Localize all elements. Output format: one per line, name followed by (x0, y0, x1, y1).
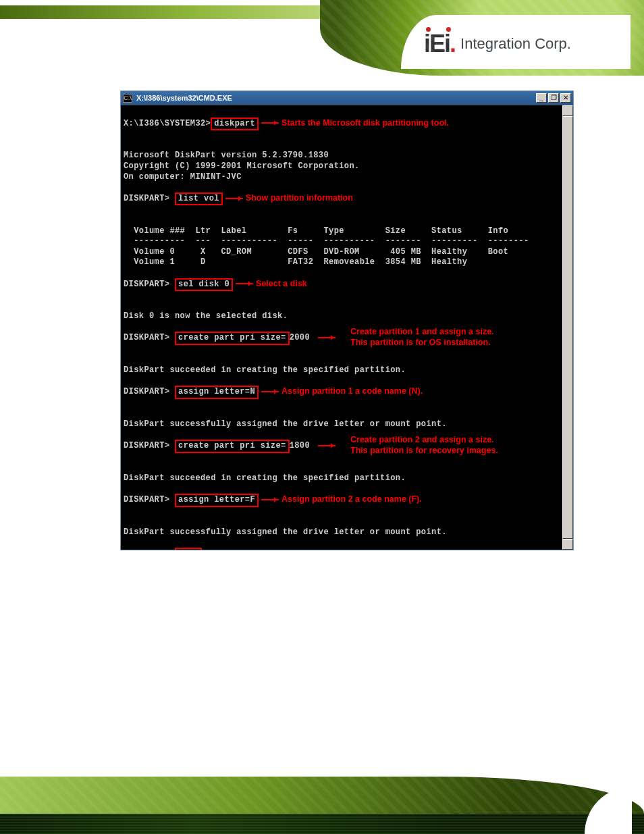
cmd-window: C:\ X:\I386\system32\CMD.EXE _ ❐ ✕ ▲ ▼ X… (120, 90, 574, 550)
line-assignF: DISKPART> assign letter=FAssign partitio… (124, 494, 560, 506)
cmd-body: ▲ ▼ X:\I386\SYSTEM32>diskpartStarts the … (121, 105, 573, 550)
arrow-icon (261, 391, 279, 392)
chevron-up-icon: ▲ (566, 107, 569, 114)
line-exit1: DISKPART> exitExit diskpart (124, 548, 560, 550)
ann-create1: Create partition 1 and assign a size.Thi… (350, 327, 494, 348)
arrow-icon (225, 198, 243, 199)
header-brand-panel: iEi. Integration Corp. (320, 0, 644, 76)
line-assignN: DISKPART> assign letter=NAssign partitio… (124, 386, 560, 398)
maximize-icon: ❐ (551, 95, 557, 101)
cmd-assign-n: assign letter=N (175, 386, 259, 399)
console-text: DiskPart successfully assigned the drive… (124, 409, 560, 430)
line-create1: DISKPART> create part pri size=2000 Crea… (124, 332, 560, 344)
arrow-icon (318, 445, 336, 446)
scroll-up-button[interactable]: ▲ (562, 105, 573, 116)
ann-diskpart: Starts the Microsoft disk partitioning t… (281, 118, 449, 128)
minimize-icon: _ (539, 95, 543, 101)
cmd-icon: C:\ (123, 94, 132, 103)
table: Volume ### Ltr Label Fs Type Size Status… (124, 215, 560, 268)
titlebar[interactable]: C:\ X:\I386\system32\CMD.EXE _ ❐ ✕ (121, 91, 573, 105)
ann-listvol: Show partition information (246, 193, 353, 203)
cmd-diskpart: diskpart (211, 118, 259, 131)
arrow-icon (236, 283, 253, 284)
ann-assignF: Assign partition 2 a code name (F). (281, 494, 422, 504)
cmd-create-part-1: create part pri size= (175, 332, 290, 345)
console-text: DiskPart successfully assigned the drive… (124, 517, 560, 538)
brand-overlay: iEi. Integration Corp. (401, 15, 630, 69)
console-text: Disk 0 is now the selected disk. (124, 301, 560, 322)
chevron-down-icon: ▼ (566, 541, 569, 548)
doc-footer (0, 763, 644, 834)
cmd-assign-f: assign letter=F (175, 494, 259, 507)
scrollbar[interactable]: ▲ ▼ (562, 105, 573, 550)
minimize-button[interactable]: _ (536, 93, 547, 103)
arrow-icon (261, 122, 279, 124)
scroll-track[interactable] (562, 116, 573, 539)
cmd-create-part-2: create part pri size= (175, 440, 290, 453)
console-text: DiskPart succeeded in creating the speci… (124, 463, 560, 484)
line-create2: DISKPART> create part pri size=1800 Crea… (124, 440, 560, 452)
close-icon: ✕ (563, 95, 568, 101)
ann-exit1: Exit diskpart (225, 548, 275, 550)
ann-seldisk: Select a disk (256, 279, 307, 288)
brand-text: Integration Corp. (460, 35, 571, 53)
ann-create2: Create partition 2 and assign a size.Thi… (350, 435, 498, 456)
window-buttons: _ ❐ ✕ (536, 93, 571, 103)
arrow-icon (261, 499, 279, 500)
line-listvol: DISKPART> list volShow partition informa… (124, 193, 560, 205)
cmd-exit-diskpart: exit (175, 548, 202, 550)
iei-logo: iEi. (424, 30, 455, 58)
console-content[interactable]: X:\I386\SYSTEM32>diskpartStarts the Micr… (121, 105, 562, 550)
footer-swoosh (0, 777, 644, 814)
doc-header: iEi. Integration Corp. (0, 0, 644, 76)
ann-assignN: Assign partition 1 a code name (N). (281, 386, 423, 396)
scroll-down-button[interactable]: ▼ (562, 539, 573, 550)
line-seldisk: DISKPART> sel disk 0Select a disk (124, 279, 560, 291)
console-text: Microsoft DiskPart version 5.2.3790.1830… (124, 140, 560, 182)
close-button[interactable]: ✕ (560, 93, 571, 103)
arrow-icon (318, 337, 336, 338)
cmd-sel-disk: sel disk 0 (175, 278, 233, 292)
cmd-list-vol: list vol (175, 192, 223, 206)
scroll-thumb[interactable] (562, 116, 573, 539)
footer-bar (0, 814, 644, 834)
console-text: DiskPart succeeded in creating the speci… (124, 355, 560, 376)
line-diskpart: X:\I386\SYSTEM32>diskpartStarts the Micr… (124, 118, 560, 130)
window-title: X:\I386\system32\CMD.EXE (135, 94, 533, 102)
maximize-button[interactable]: ❐ (548, 93, 559, 103)
